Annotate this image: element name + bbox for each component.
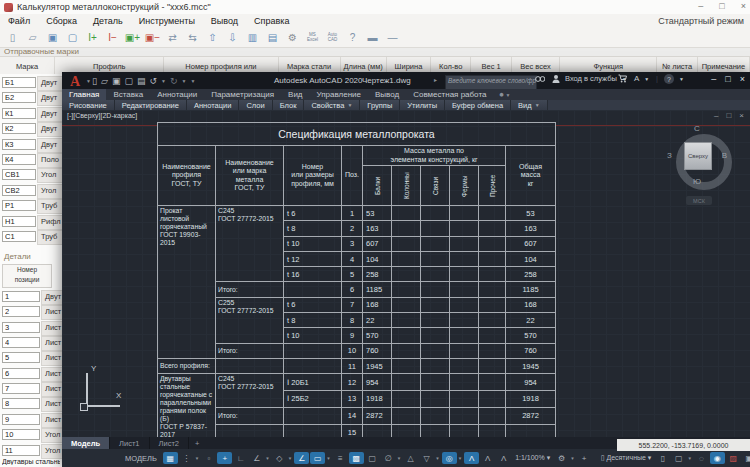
maximize-button[interactable]: □ xyxy=(719,1,724,11)
mark-input[interactable] xyxy=(2,169,36,180)
logo-caret-icon[interactable]: ▼ xyxy=(86,78,91,84)
ribbon-tab[interactable]: Совместная работа xyxy=(406,89,493,100)
caret-icon[interactable]: ▼ xyxy=(288,456,292,461)
caret-icon[interactable]: ▼ xyxy=(435,456,439,461)
menu-item[interactable]: Инструменты xyxy=(131,16,203,26)
open-file-icon[interactable]: ▱ xyxy=(23,30,42,45)
help-icon[interactable]: ? xyxy=(664,74,674,84)
position-input[interactable] xyxy=(2,368,40,379)
ucs-selector[interactable]: МСК xyxy=(686,196,712,205)
osnap-3d-icon[interactable]: ∅ xyxy=(381,452,396,464)
mark-input[interactable] xyxy=(2,154,36,165)
ribbon-tab[interactable]: Управление xyxy=(310,89,368,100)
mark-input[interactable] xyxy=(2,92,36,103)
new-drawing-icon[interactable]: ▯ xyxy=(92,76,97,86)
units-control[interactable]: ▯ Десятичные ▾ xyxy=(598,454,655,462)
ribbon-panel-button[interactable]: Редактирование xyxy=(115,100,187,110)
ribbon-tab[interactable]: Вывод xyxy=(368,89,406,100)
list-icon[interactable]: ▤ xyxy=(263,30,282,45)
close-button[interactable]: × xyxy=(741,1,746,11)
position-input[interactable] xyxy=(2,352,40,363)
acad-close-button[interactable]: × xyxy=(740,74,745,84)
position-input[interactable] xyxy=(2,383,40,394)
undo-caret-icon[interactable]: ▼ xyxy=(161,78,166,84)
export-excel-icon[interactable]: MS Excel xyxy=(303,30,322,45)
record-caret-icon[interactable]: ▼ xyxy=(505,92,510,98)
renumber-icon[interactable]: ⇄ xyxy=(163,30,182,45)
infer-constraints-icon[interactable]: ▫ xyxy=(201,452,216,464)
signin-label[interactable]: Вход в службы xyxy=(565,74,617,83)
move-down-icon[interactable]: ⇩ xyxy=(223,30,242,45)
position-input[interactable] xyxy=(2,429,40,440)
polar-tracking-icon[interactable]: ∠ xyxy=(249,452,264,464)
mark-input[interactable] xyxy=(2,77,36,88)
autopublish-icon[interactable]: ▨ xyxy=(726,452,741,464)
caret-icon[interactable]: ▼ xyxy=(458,456,462,461)
minimize-button[interactable]: – xyxy=(698,1,703,11)
open-drawing-icon[interactable]: ▱ xyxy=(101,76,108,86)
viewcube-south[interactable]: Ю xyxy=(693,177,701,186)
mark-input[interactable] xyxy=(2,231,36,242)
ribbon-panel-button[interactable]: Группы xyxy=(360,100,400,110)
menu-item[interactable]: Вывод xyxy=(203,16,246,26)
ribbon-tab[interactable]: Параметризация xyxy=(204,89,281,100)
ortho-icon[interactable]: ∟ xyxy=(233,452,248,464)
grid-icon[interactable]: ▦ xyxy=(163,452,178,464)
ribbon-panel-button[interactable]: Блок xyxy=(273,100,305,110)
acad-minimize-button[interactable]: – xyxy=(711,74,716,84)
viewcube-east[interactable]: В xyxy=(722,151,727,160)
view-cube[interactable]: С Ю З В Сверху xyxy=(668,126,726,184)
gizmo-icon[interactable]: ◎ xyxy=(442,452,457,464)
annotation-scale-icon[interactable]: Λ xyxy=(496,452,511,464)
signin-area[interactable]: Вход в службы ▼ xyxy=(552,74,627,83)
selection-cycling-icon[interactable]: ▢ xyxy=(365,452,380,464)
model-space-label[interactable]: МОДЕЛЬ xyxy=(125,454,157,463)
app-caret-icon[interactable]: ▼ xyxy=(644,76,649,82)
ribbon-panel-button[interactable]: Утилиты xyxy=(400,100,445,110)
license-icon[interactable]: ▬ xyxy=(363,30,382,45)
key-icon[interactable]: — xyxy=(383,30,402,45)
menu-item[interactable]: Файл xyxy=(0,16,38,26)
menu-item[interactable]: Деталь xyxy=(85,16,131,26)
remove-mark-icon[interactable]: I− xyxy=(103,30,122,45)
copy-icon[interactable]: ⇆ xyxy=(183,30,202,45)
drawing-area[interactable]: [-][Сверху][2D-каркас] – □ × С Ю З В Све… xyxy=(62,110,750,437)
viewcube-west[interactable]: З xyxy=(667,151,672,160)
mark-input[interactable] xyxy=(2,185,36,196)
doc-minimize-button[interactable]: – xyxy=(714,111,718,120)
mark-input[interactable] xyxy=(2,123,36,134)
remove-detail-icon[interactable]: ▣− xyxy=(143,30,162,45)
plot-icon[interactable]: ▤ xyxy=(137,76,146,86)
acad-maximize-button[interactable]: □ xyxy=(725,74,730,84)
selection-filter-icon[interactable]: ▽ xyxy=(419,452,434,464)
search-input[interactable]: Введите ключевое слово/фразу xyxy=(445,75,537,90)
save-as-icon[interactable]: ▢ xyxy=(124,76,133,86)
record-icon[interactable]: ⏺ xyxy=(499,90,503,100)
settings-icon[interactable]: ⚙ xyxy=(283,30,302,45)
annotation-plus-icon[interactable]: + xyxy=(577,452,592,464)
mark-input[interactable] xyxy=(2,216,36,227)
clean-screen-icon[interactable]: ▣ xyxy=(742,452,750,464)
annotation-scale-control[interactable]: 1:1/100% ▾ xyxy=(512,454,553,462)
app-store[interactable]: A ▼ xyxy=(634,74,649,83)
menu-item[interactable]: Сборка xyxy=(38,16,85,26)
new-layout-button[interactable]: + xyxy=(189,437,205,449)
layout-tab[interactable]: Модель xyxy=(62,437,110,449)
ribbon-panel-button[interactable]: Буфер обмена xyxy=(445,100,511,110)
save-drawing-icon[interactable]: ▣ xyxy=(112,76,121,86)
position-input[interactable] xyxy=(2,337,40,348)
transparency-icon[interactable]: ▩ xyxy=(349,452,364,464)
caret-icon[interactable]: ▼ xyxy=(195,456,199,461)
help-icon[interactable]: ? xyxy=(343,30,362,45)
mark-input[interactable] xyxy=(2,108,36,119)
redo-icon[interactable]: ↻ xyxy=(170,76,178,86)
ribbon-panel-button[interactable]: Свойства▼ xyxy=(304,100,360,110)
ribbon-panel-button[interactable]: Слои xyxy=(239,100,272,110)
mark-input[interactable] xyxy=(2,139,36,150)
isolate-objects-icon[interactable]: ◌ xyxy=(694,452,709,464)
ribbon-panel-button[interactable]: Аннотации xyxy=(187,100,240,110)
ribbon-tab[interactable]: Аннотации xyxy=(150,89,204,100)
viewport-label[interactable]: [-][Сверху][2D-каркас] xyxy=(67,112,137,119)
help-caret-icon[interactable]: ▼ xyxy=(679,76,684,82)
ribbon-tab[interactable]: Главная xyxy=(62,89,106,100)
